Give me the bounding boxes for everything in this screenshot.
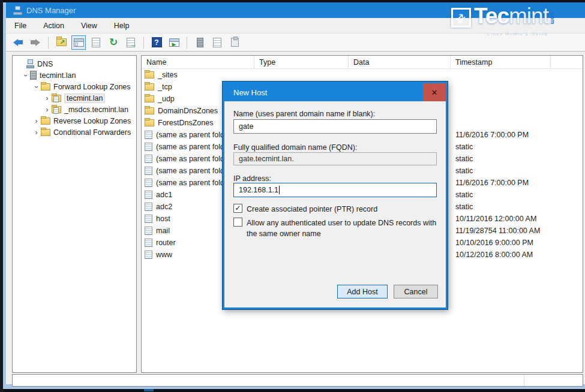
tree-item-label-selected: tecmint.lan [64, 94, 105, 103]
help-button[interactable]: ? [149, 35, 164, 50]
dns-server-button[interactable] [193, 35, 207, 50]
logo-text-bold: Tec [474, 5, 509, 27]
filter-button[interactable] [227, 35, 242, 50]
forward-arrow-icon [31, 39, 40, 46]
record-icon [145, 131, 152, 139]
menu-action[interactable]: Action [43, 22, 64, 30]
tree-item-label: Forward Lookup Zones [53, 83, 131, 91]
add-host-button[interactable]: Add Host [337, 285, 388, 298]
tree-item-dns-root[interactable]: › DNS [13, 58, 136, 70]
tecmint-logo: ⇄ Tec mint com Linux Howto's Guide [451, 5, 577, 36]
refresh-button[interactable]: ↻ [106, 35, 121, 50]
record-icon [145, 203, 152, 211]
menu-file[interactable]: File [14, 22, 26, 30]
properties-button[interactable] [89, 35, 103, 50]
record-icon [145, 191, 152, 199]
column-header-type[interactable]: Type [254, 56, 349, 69]
status-bar [12, 374, 583, 387]
chevron-down-icon[interactable]: › [22, 71, 30, 80]
record-name: ForestDnsZones [158, 119, 213, 127]
menu-view[interactable]: View [81, 22, 97, 30]
console-tree-icon [74, 38, 84, 47]
table-row[interactable]: _sites [142, 69, 583, 81]
ip-address-input[interactable]: 192.168.1.1 [233, 183, 437, 197]
record-icon [145, 251, 152, 259]
dns-root-icon [26, 59, 34, 68]
text-caret [279, 186, 280, 194]
tree-item-reverse-lookup-zones[interactable]: › Reverse Lookup Zones [13, 115, 136, 126]
records-list-button[interactable] [210, 35, 224, 50]
folder-icon [145, 95, 154, 102]
record-name: _tcp [158, 83, 172, 91]
dialog-title-bar[interactable]: New Host [224, 83, 446, 101]
folder-icon [145, 119, 154, 126]
name-input[interactable]: gate [233, 119, 437, 134]
tree-item-conditional-forwarders[interactable]: › Conditional Forwarders [13, 126, 136, 138]
record-timestamp: 10/10/2016 9:00:00 PM [455, 239, 533, 247]
record-timestamp: 11/6/2016 7:00:00 PM [455, 179, 529, 187]
record-name: DomainDnsZones [158, 107, 218, 115]
fqdn-input-value: gate.tecmint.lan. [239, 155, 294, 163]
tree-item-label: DNS [37, 60, 53, 68]
tree-item-server-tecmint-lan[interactable]: › tecmint.lan [13, 70, 136, 81]
zone-icon [52, 106, 61, 113]
cancel-button[interactable]: Cancel [394, 285, 438, 298]
chevron-down-icon[interactable]: › [32, 82, 41, 91]
help-icon: ? [152, 37, 162, 47]
chevron-right-icon[interactable]: › [43, 105, 52, 114]
chevron-right-icon[interactable]: › [32, 128, 41, 137]
record-icon [145, 179, 152, 187]
export-list-icon: → [127, 38, 135, 47]
server-icon [30, 71, 37, 80]
folder-icon [41, 83, 50, 91]
close-icon: ✕ [431, 88, 438, 97]
record-icon [145, 227, 152, 235]
chevron-right-icon[interactable]: › [43, 94, 52, 102]
forward-button[interactable] [28, 35, 43, 50]
ptr-record-checkbox-row[interactable]: ✓ Create associated pointer (PTR) record [233, 204, 439, 215]
tree-item-forward-lookup-zones[interactable]: › Forward Lookup Zones [13, 81, 136, 92]
tree-item-label: Reverse Lookup Zones [53, 117, 131, 125]
logo-tagline: Linux Howto's Guide [487, 31, 548, 37]
column-header-name[interactable]: Name [142, 56, 254, 69]
console-window-button[interactable]: ▶ [167, 35, 181, 50]
record-name: www [156, 251, 172, 259]
record-timestamp: 11/19/28754 11:00:00 AM [455, 227, 540, 235]
back-button[interactable] [11, 35, 25, 50]
column-header-timestamp[interactable]: Timestamp [451, 56, 551, 69]
show-console-tree-button[interactable] [71, 35, 86, 50]
record-name: adc1 [156, 191, 172, 199]
name-input-value: gate [239, 122, 253, 131]
menu-help[interactable]: Help [114, 22, 130, 30]
record-icon [145, 215, 152, 223]
allow-update-checkbox-row[interactable]: Allow any authenticated user to update D… [233, 218, 439, 239]
column-header-data[interactable]: Data [349, 56, 451, 69]
dialog-close-button[interactable]: ✕ [423, 83, 446, 101]
fqdn-input: gate.tecmint.lan. [233, 152, 437, 165]
console-tree-panel: › DNS › tecmint.lan › Forward Lookup Zon… [12, 55, 137, 373]
record-timestamp: static [455, 155, 473, 163]
toolbar-separator [143, 37, 144, 49]
tree-item-zone-msdcs-tecmint-lan[interactable]: › _msdcs.tecmint.lan [13, 104, 136, 115]
folder-icon [145, 71, 154, 79]
list-header: Name Type Data Timestamp [142, 56, 583, 69]
back-arrow-icon [13, 39, 23, 46]
export-list-button[interactable]: → [124, 35, 138, 50]
server-icon [197, 38, 203, 47]
tree-item-zone-tecmint-lan[interactable]: › tecmint.lan [13, 92, 136, 104]
properties-icon [92, 38, 100, 47]
chevron-right-icon[interactable]: › [32, 117, 41, 125]
list-icon [213, 38, 221, 47]
toolbar-separator [48, 37, 49, 49]
ptr-checkbox-label: Create associated pointer (PTR) record [247, 204, 377, 215]
new-host-dialog: New Host ✕ Name (uses parent domain name… [222, 81, 448, 310]
checkbox-unchecked[interactable] [233, 218, 242, 227]
record-icon [145, 155, 152, 163]
record-name: _sites [158, 71, 178, 79]
up-one-level-button[interactable]: ↗ [54, 35, 68, 50]
checkbox-checked[interactable]: ✓ [233, 204, 242, 213]
tree-item-label: _msdcs.tecmint.lan [64, 105, 128, 114]
allow-update-checkbox-label: Allow any authenticated user to update D… [247, 218, 437, 239]
record-timestamp: 10/11/2016 12:00:00 AM [455, 215, 536, 223]
record-timestamp: static [455, 203, 473, 211]
